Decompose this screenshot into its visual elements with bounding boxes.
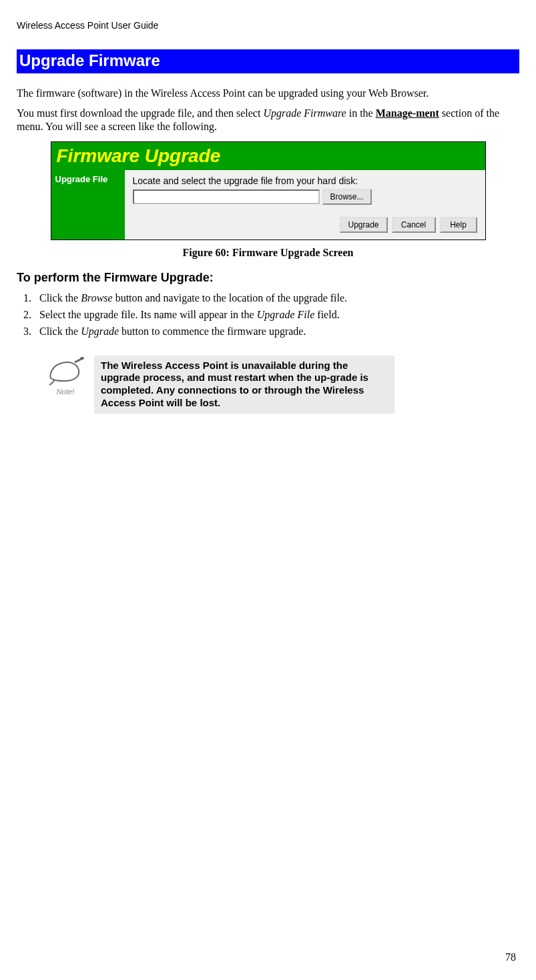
step-3: Click the Upgrade button to commence the… — [34, 324, 519, 339]
paragraph-2: You must first download the upgrade file… — [17, 107, 519, 133]
step1-b: button and navigate to the location of t… — [113, 292, 347, 304]
steps-list: Click the Browse button and navigate to … — [17, 290, 519, 340]
figure-sidebar: Upgrade File — [51, 170, 125, 239]
file-row: Browse... — [133, 189, 477, 205]
note-box: The Wireless Access Point is unavailable… — [94, 356, 394, 414]
figure-container: Firmware Upgrade Upgrade File Locate and… — [17, 141, 519, 240]
step3-b: button to commence the firmware upgrade. — [119, 326, 306, 337]
cancel-button[interactable]: Cancel — [392, 217, 436, 233]
browse-button[interactable]: Browse... — [322, 189, 372, 205]
step3-a: Click the — [39, 326, 81, 337]
step-2: Select the upgrade file. Its name will a… — [34, 307, 519, 322]
step-1: Click the Browse button and navigate to … — [34, 290, 519, 306]
step2-italic: Upgrade File — [257, 309, 315, 320]
figure-panel: Locate and select the upgrade file from … — [125, 170, 485, 239]
paragraph-1: The firmware (software) in the Wireless … — [17, 87, 519, 100]
note-icon-cell: Note! — [37, 356, 94, 396]
section-title: Upgrade Firmware — [17, 49, 519, 73]
figure-caption: Figure 60: Firmware Upgrade Screen — [17, 247, 519, 259]
sidebar-label: Upgrade File — [55, 174, 108, 184]
note-icon — [45, 357, 85, 389]
note-row: Note! The Wireless Access Point is unava… — [37, 356, 519, 414]
running-header: Wireless Access Point User Guide — [17, 20, 519, 31]
step3-italic: Upgrade — [81, 326, 119, 337]
svg-point-1 — [80, 357, 84, 360]
page-number: 78 — [505, 951, 516, 963]
para2-italic: Upgrade Firmware — [263, 107, 346, 119]
help-button[interactable]: Help — [440, 217, 477, 233]
para2-text-b: in the — [346, 107, 376, 119]
firmware-upgrade-figure: Firmware Upgrade Upgrade File Locate and… — [51, 141, 486, 240]
para2-bold: Manage-ment — [376, 107, 439, 119]
step2-a: Select the upgrade file. Its name will a… — [39, 309, 257, 320]
step1-italic: Browse — [81, 292, 112, 304]
para2-text-a: You must first download the upgrade file… — [17, 107, 263, 119]
upgrade-button[interactable]: Upgrade — [340, 217, 388, 233]
button-row: Upgrade Cancel Help — [133, 217, 477, 233]
figure-title: Firmware Upgrade — [51, 145, 221, 167]
procedure-header: To perform the Firmware Upgrade: — [17, 271, 519, 285]
upgrade-file-input[interactable] — [133, 189, 320, 204]
step1-a: Click the — [39, 292, 81, 304]
note-label: Note! — [57, 388, 74, 396]
figure-content: Upgrade File Locate and select the upgra… — [51, 170, 485, 239]
step2-b: field. — [314, 309, 339, 320]
figure-title-row: Firmware Upgrade — [51, 142, 485, 170]
figure-hint: Locate and select the upgrade file from … — [133, 175, 477, 186]
